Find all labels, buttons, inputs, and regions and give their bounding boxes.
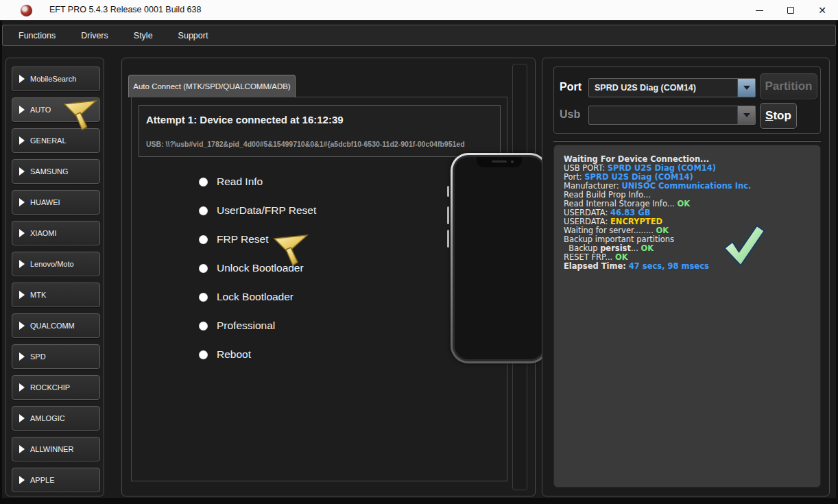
option-label: Lock Bootloader	[217, 291, 294, 303]
maximize-icon	[787, 7, 794, 14]
usb-select[interactable]	[588, 106, 756, 125]
radio-button[interactable]	[199, 235, 208, 244]
sidebar-item-label: ROCKCHIP	[30, 383, 70, 392]
port-select-value: SPRD U2S Diag (COM14)	[589, 83, 737, 93]
window-title: EFT PRO 5.4.3 Release 0001 Build 638	[49, 5, 201, 14]
close-button[interactable]: ✕	[806, 0, 838, 21]
sidebar-item-label: SPD	[30, 352, 46, 361]
option-label: Unlock Bootloader	[217, 262, 304, 274]
sidebar-item-general[interactable]: GENERAL	[12, 128, 100, 153]
sidebar-item-label: HUAWEI	[30, 198, 60, 206]
port-label: Port	[560, 81, 582, 93]
attempt-title: Attempt 1: Device connected at 16:12:39	[146, 114, 344, 125]
option-label: Reboot	[217, 348, 251, 361]
attempt-box: Attempt 1: Device connected at 16:12:39 …	[139, 105, 501, 157]
chevron-down-icon[interactable]	[737, 79, 755, 97]
sidebar-item-amlogic[interactable]: AMLOGIC	[12, 406, 100, 431]
radio-button[interactable]	[199, 350, 208, 359]
option-label: FRP Reset	[217, 233, 269, 245]
sidebar-item-mtk[interactable]: MTK	[12, 283, 100, 307]
sidebar-item-label: Lenovo/Moto	[30, 260, 74, 268]
sidebar-item-label: GENERAL	[30, 136, 67, 145]
option-lock-bootloader[interactable]: Lock Bootloader	[199, 283, 316, 311]
option-userdata-frp-reset[interactable]: UserData/FRP Reset	[199, 196, 316, 225]
main-panel: Auto Connect (MTK/SPD/QUALCOMM/ADB) Atte…	[121, 58, 536, 496]
menu-bar: FunctionsDriversStyleSupport	[2, 25, 836, 46]
play-triangle-icon	[19, 167, 25, 176]
radio-button[interactable]	[199, 322, 208, 331]
sidebar-item-allwinner[interactable]: ALLWINNER	[12, 437, 100, 461]
phone-camera	[511, 160, 514, 163]
menu-item-support[interactable]: Support	[169, 25, 218, 45]
sidebar-item-label: SAMSUNG	[30, 167, 69, 176]
play-triangle-icon	[19, 198, 25, 206]
log-output: Waiting For Device Connection...USB PORT…	[553, 145, 821, 488]
sidebar-item-rockchip[interactable]: ROCKCHIP	[12, 375, 100, 400]
maximize-button[interactable]	[775, 0, 806, 21]
app-logo-icon	[21, 5, 32, 16]
minimize-icon	[756, 10, 763, 11]
menu-item-style[interactable]: Style	[124, 25, 163, 45]
option-professional[interactable]: Professional	[199, 311, 316, 340]
divider	[553, 140, 821, 142]
sidebar-item-spd[interactable]: SPD	[12, 344, 100, 369]
sidebar-item-label: AMLOGIC	[30, 414, 65, 422]
operation-options: Read InfoUserData/FRP ResetFRP ResetUnlo…	[199, 167, 316, 369]
option-reboot[interactable]: Reboot	[199, 340, 316, 369]
window-controls: ✕	[743, 0, 838, 21]
sidebar: MobileSearchAUTOGENERALSAMSUNGHUAWEIXIAO…	[5, 58, 104, 496]
title-bar: EFT PRO 5.4.3 Release 0001 Build 638 ✕	[0, 0, 838, 21]
play-triangle-icon	[19, 75, 25, 83]
sidebar-item-mobilesearch[interactable]: MobileSearch	[12, 67, 100, 91]
radio-button[interactable]	[199, 178, 208, 187]
partition-button[interactable]: Partition	[760, 73, 817, 99]
play-triangle-icon	[19, 414, 25, 422]
play-triangle-icon	[19, 136, 25, 145]
option-label: UserData/FRP Reset	[217, 204, 316, 217]
success-check-icon	[719, 218, 771, 274]
sidebar-item-auto[interactable]: AUTO	[12, 97, 100, 122]
stop-button[interactable]: Stop	[760, 103, 797, 129]
sidebar-item-label: AUTO	[30, 106, 51, 114]
menu-item-functions[interactable]: Functions	[9, 25, 65, 45]
minimize-button[interactable]	[743, 0, 775, 21]
radio-button[interactable]	[199, 264, 208, 273]
phone-image	[451, 153, 548, 363]
phone-frame	[453, 155, 546, 361]
option-read-info[interactable]: Read Info	[199, 167, 316, 196]
window-edge-bottom	[0, 498, 838, 504]
option-frp-reset[interactable]: FRP Reset	[199, 225, 316, 254]
sidebar-item-xiaomi[interactable]: XIAOMI	[12, 221, 100, 245]
tab-auto-connect[interactable]: Auto Connect (MTK/SPD/QUALCOMM/ADB)	[128, 75, 296, 97]
option-unlock-bootloader[interactable]: Unlock Bootloader	[199, 254, 316, 283]
sidebar-item-qualcomm[interactable]: QUALCOMM	[12, 313, 100, 338]
sidebar-item-label: XIAOMI	[30, 229, 57, 237]
option-label: Professional	[217, 320, 275, 332]
sidebar-item-apple[interactable]: APPLE	[12, 468, 100, 492]
sidebar-item-label: QUALCOMM	[30, 322, 75, 330]
phone-screen	[455, 157, 544, 359]
play-triangle-icon	[19, 106, 25, 114]
play-triangle-icon	[19, 229, 25, 237]
play-triangle-icon	[19, 383, 25, 392]
sidebar-item-label: MTK	[30, 291, 46, 299]
usb-device-path: USB: \\?\usb#vid_1782&pid_4d00#5&1549971…	[146, 140, 497, 148]
sidebar-item-huawei[interactable]: HUAWEI	[12, 190, 100, 215]
menu-item-drivers[interactable]: Drivers	[71, 25, 118, 45]
phone-volume-down	[447, 230, 449, 248]
phone-notch	[477, 157, 522, 167]
port-select[interactable]: SPRD U2S Diag (COM14)	[588, 78, 756, 97]
phone-speaker	[492, 160, 507, 163]
tab-panel: Attempt 1: Device connected at 16:12:39 …	[131, 97, 507, 481]
chevron-down-icon[interactable]	[737, 106, 755, 124]
sidebar-item-lenovo-moto[interactable]: Lenovo/Moto	[12, 252, 100, 276]
play-triangle-icon	[19, 291, 25, 299]
radio-button[interactable]	[199, 206, 208, 215]
app-window: EFT PRO 5.4.3 Release 0001 Build 638 ✕ F…	[0, 0, 838, 504]
port-group: Port SPRD U2S Diag (COM14) Partition Usb…	[553, 67, 821, 134]
sidebar-item-samsung[interactable]: SAMSUNG	[12, 159, 100, 184]
play-triangle-icon	[19, 322, 25, 330]
play-triangle-icon	[19, 445, 25, 453]
radio-button[interactable]	[199, 293, 208, 302]
log-line: Elapsed Time: 47 secs, 98 msecs	[564, 262, 820, 271]
